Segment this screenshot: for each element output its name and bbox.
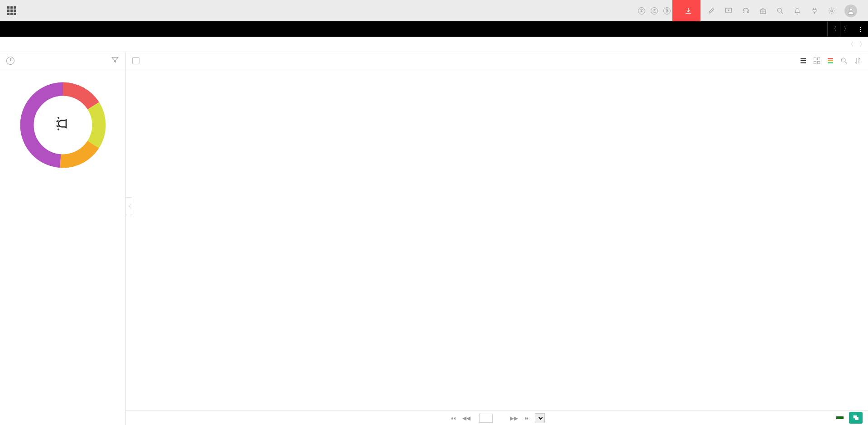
- main-nav: 〈 〉 ⋮: [0, 21, 868, 37]
- view-grid-icon[interactable]: [813, 57, 821, 65]
- plug-icon[interactable]: [810, 6, 819, 15]
- pager: ⏮ ◀◀ ▶▶ ⏭: [126, 411, 868, 425]
- topbar: ✆ ◷ $: [0, 0, 868, 21]
- subnav-prev-icon[interactable]: 〈: [844, 40, 856, 48]
- svg-rect-9: [814, 58, 816, 60]
- gear-icon[interactable]: [827, 6, 836, 15]
- presentation-icon[interactable]: [724, 6, 733, 15]
- main-panel: ⏮ ◀◀ ▶▶ ⏭: [126, 52, 868, 425]
- download-button[interactable]: [672, 0, 700, 21]
- pager-last-icon[interactable]: ⏭: [523, 415, 531, 421]
- select-all-checkbox[interactable]: [132, 57, 139, 64]
- top-info: ✆ ◷ $: [638, 7, 672, 14]
- top-icon-bar: [700, 5, 863, 17]
- alarm-rows: [126, 69, 868, 411]
- nav-next-icon[interactable]: 〉: [840, 21, 853, 37]
- rocket-icon[interactable]: [707, 6, 716, 15]
- category-list: [0, 177, 125, 425]
- subnav-next-icon[interactable]: 〉: [856, 40, 868, 48]
- svg-point-4: [849, 8, 852, 11]
- avatar[interactable]: [844, 5, 857, 17]
- apps-grid-icon[interactable]: [7, 6, 16, 15]
- footer-count-badge[interactable]: [836, 416, 844, 419]
- pager-page-input[interactable]: [479, 414, 493, 423]
- svg-point-13: [841, 58, 845, 62]
- sort-icon[interactable]: [854, 57, 862, 65]
- search-icon[interactable]: [776, 6, 785, 15]
- search-list-icon[interactable]: [840, 57, 848, 65]
- calendar-icon: ◷: [651, 7, 658, 14]
- svg-point-3: [831, 10, 833, 12]
- gift-icon[interactable]: [758, 6, 767, 15]
- view-list-icon[interactable]: [799, 57, 807, 65]
- pager-prev-icon[interactable]: ◀◀: [461, 415, 472, 421]
- nav-prev-icon[interactable]: 〈: [827, 21, 840, 37]
- alarm-bell-icon: [55, 116, 71, 133]
- headset-icon[interactable]: [741, 6, 750, 15]
- svg-rect-15: [855, 417, 858, 420]
- svg-rect-10: [818, 58, 820, 60]
- pager-next-icon[interactable]: ▶▶: [508, 415, 519, 421]
- filter-icon[interactable]: [111, 56, 119, 65]
- nav-more-icon[interactable]: ⋮: [853, 21, 868, 37]
- alarm-donut-chart: [15, 77, 110, 173]
- sub-nav: 〈 〉: [0, 37, 868, 52]
- clock-icon[interactable]: [6, 57, 14, 65]
- download-icon: [684, 7, 692, 15]
- bell-icon[interactable]: [793, 6, 802, 15]
- svg-point-2: [777, 8, 782, 12]
- phone-icon: ✆: [638, 7, 645, 14]
- svg-rect-12: [818, 61, 820, 63]
- dollar-icon: $: [663, 7, 671, 14]
- collapse-sidebar-button[interactable]: 〈: [126, 197, 132, 215]
- pager-first-icon[interactable]: ⏮: [449, 415, 457, 421]
- view-color-list-icon[interactable]: [826, 57, 834, 65]
- sidebar: [0, 52, 126, 425]
- footer-chat-icon[interactable]: [849, 412, 863, 424]
- pager-perpage-select[interactable]: [535, 413, 545, 423]
- svg-rect-11: [814, 61, 816, 63]
